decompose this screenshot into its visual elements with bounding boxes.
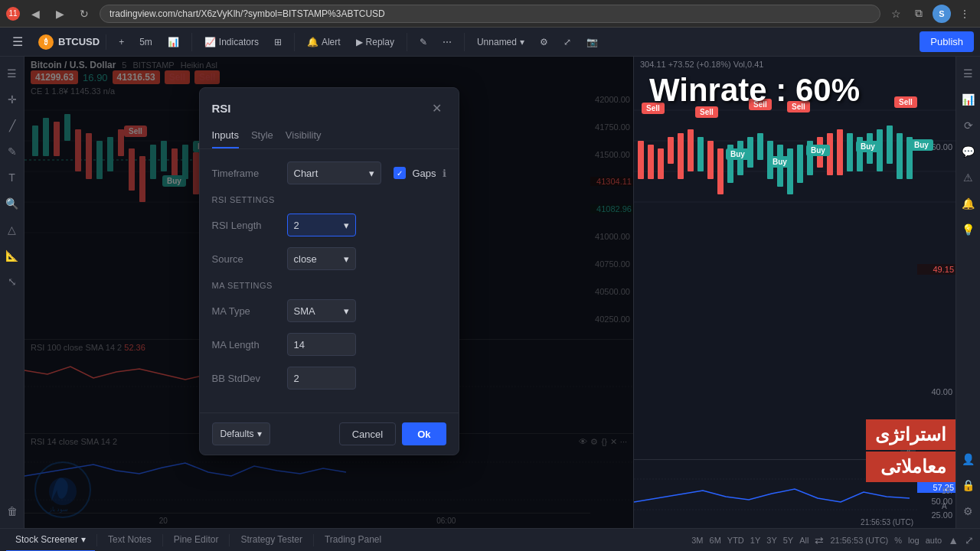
extensions-button[interactable]: ⧉ [910, 5, 928, 23]
period-1y[interactable]: 1Y [750, 536, 760, 545]
rsi-length-input[interactable]: 2 ▾ [287, 214, 356, 236]
ma-type-dropdown[interactable]: SMA ▾ [287, 299, 356, 322]
right-buy-4: Buy [856, 141, 880, 152]
timeframe-button[interactable]: 5m [133, 31, 158, 53]
ma-type-chevron: ▾ [344, 305, 349, 317]
period-ytd[interactable]: YTD [727, 536, 744, 545]
gaps-info-icon[interactable]: ℹ [443, 168, 446, 179]
settings-button[interactable]: ⚙ [534, 31, 554, 53]
right-sidebar-icon-chart[interactable]: 📊 [958, 89, 979, 110]
sidebar-icon-magnify[interactable]: 🔍 [2, 193, 23, 214]
svg-rect-70 [897, 133, 903, 179]
tab-inputs[interactable]: Inputs [212, 123, 239, 148]
ma-length-input[interactable] [287, 333, 356, 356]
sidebar-icon-expand[interactable]: ⤡ [2, 271, 23, 292]
chart-type-button[interactable]: 📊 [162, 31, 185, 53]
tab-stock-screener[interactable]: Stock Screener ▾ [6, 529, 95, 552]
bb-stddev-input[interactable] [287, 367, 356, 390]
ok-button[interactable]: Ok [402, 422, 446, 445]
dialog-tabs: Inputs Style Visibility [200, 117, 459, 149]
chevron-up-button[interactable]: ▲ [948, 534, 959, 546]
right-sidebar-icon-chat[interactable]: 💬 [958, 141, 979, 162]
gaps-checkbox[interactable]: ✓ [394, 167, 406, 179]
screenshot-button[interactable]: 📷 [580, 31, 604, 53]
indicators-button[interactable]: 📈 Indicators [198, 31, 265, 53]
back-button[interactable]: ◀ [26, 5, 44, 23]
forward-button[interactable]: ▶ [51, 5, 69, 23]
user-avatar[interactable]: S [933, 5, 951, 23]
right-sidebar-icon-idea[interactable]: 💡 [958, 219, 979, 240]
source-chevron: ▾ [344, 253, 349, 265]
svg-rect-44 [638, 141, 644, 179]
period-3m[interactable]: 3M [691, 536, 703, 545]
layouts-button[interactable]: ⊞ [268, 31, 288, 53]
period-5y[interactable]: 5Y [783, 536, 793, 545]
sidebar-icon-line[interactable]: ╱ [2, 115, 23, 136]
tab-trading-panel[interactable]: Trading Panel [315, 529, 390, 552]
ma-type-value: SMA [294, 305, 315, 317]
timeframe-dropdown[interactable]: Chart ▾ [287, 161, 382, 184]
right-sidebar-icon-alert[interactable]: ⚠ [958, 167, 979, 188]
right-sidebar-icon-user[interactable]: 👤 [958, 448, 979, 470]
tab-sep-4 [313, 534, 314, 546]
trading-panel-label: Trading Panel [325, 534, 381, 545]
sidebar-icon-ruler[interactable]: 📐 [2, 245, 23, 266]
source-row: Source close ▾ [212, 247, 446, 270]
tab-sep-3 [229, 534, 230, 546]
sidebar-icon-text[interactable]: T [2, 167, 23, 188]
chart-area-right: 304.11 +73.52 (+0.18%) Vol,0.41 Winrate … [634, 57, 956, 528]
source-value: close [294, 253, 317, 265]
tab-visibility[interactable]: Visibility [286, 123, 322, 148]
bookmark-button[interactable]: ☆ [887, 5, 905, 23]
right-sidebar-icon-bell[interactable]: 🔔 [958, 193, 979, 214]
period-3y[interactable]: 3Y [766, 536, 776, 545]
menu-button[interactable]: ⋮ [956, 5, 974, 23]
source-dropdown[interactable]: close ▾ [287, 247, 356, 270]
tab-strategy-tester[interactable]: Strategy Tester [231, 529, 311, 552]
right-sidebar-icon-refresh[interactable]: ⟳ [958, 115, 979, 136]
refresh-button[interactable]: ↻ [75, 5, 93, 23]
expand-bottom-button[interactable]: ⤢ [965, 534, 974, 546]
tab-style[interactable]: Style [251, 123, 273, 148]
period-all[interactable]: All [799, 536, 808, 545]
period-6m[interactable]: 6M [710, 536, 721, 545]
more-tools-button[interactable]: ⋯ [436, 31, 458, 53]
sync-timeperiod-button[interactable]: ⇄ [815, 534, 824, 546]
tab-text-notes[interactable]: Text Notes [99, 529, 161, 552]
sidebar-icon-pen[interactable]: ✎ [2, 141, 23, 162]
sidebar-icon-triangle[interactable]: △ [2, 219, 23, 240]
right-sidebar-icon-lock[interactable]: 🔒 [958, 474, 979, 496]
cancel-button[interactable]: Cancel [339, 422, 396, 445]
fullscreen-button[interactable]: ⤢ [557, 31, 577, 53]
ma-type-label: MA Type [212, 305, 281, 317]
hamburger-menu-button[interactable]: ☰ [6, 31, 29, 54]
time-label-18: 18: [942, 487, 952, 495]
right-sidebar-icon-list[interactable]: ☰ [958, 63, 979, 84]
tab-pine-editor[interactable]: Pine Editor [165, 529, 228, 552]
timestamp-display: 21:56:53 (UTC) [830, 536, 888, 545]
unnamed-button[interactable]: Unnamed ▾ [471, 31, 531, 53]
left-sidebar: ☰ ✛ ╱ ✎ T 🔍 △ 📐 ⤡ 🗑 [0, 57, 24, 528]
draw-tools-button[interactable]: ✎ [413, 31, 433, 53]
right-sidebar-icon-settings[interactable]: ⚙ [958, 500, 979, 522]
sidebar-icon-menu[interactable]: ☰ [2, 63, 23, 84]
symbol-name[interactable]: BTCUSD [58, 36, 100, 47]
ma-length-row: MA Length [212, 333, 446, 356]
log-toggle[interactable]: log [908, 536, 920, 545]
rsi-length-row: RSI Length 2 ▾ [212, 214, 446, 236]
publish-button[interactable]: Publish [920, 31, 974, 52]
auto-toggle[interactable]: auto [926, 536, 942, 545]
url-bar[interactable] [100, 5, 880, 23]
replay-button[interactable]: ▶ Replay [350, 31, 400, 53]
toolbar-sep-2 [294, 33, 295, 51]
alert-button[interactable]: 🔔 Alert [301, 31, 347, 53]
defaults-button[interactable]: Defaults ▾ [212, 422, 270, 445]
auto-label: A [942, 502, 947, 510]
add-symbol-button[interactable]: + [113, 31, 130, 53]
gaps-checkbox-group: ✓ Gaps ℹ [394, 167, 446, 179]
dialog-close-button[interactable]: ✕ [428, 99, 446, 117]
sidebar-icon-crosshair[interactable]: ✛ [2, 89, 23, 110]
sidebar-icon-trash[interactable]: 🗑 [2, 500, 23, 522]
percent-toggle[interactable]: % [894, 536, 902, 545]
svg-rect-69 [887, 126, 893, 164]
